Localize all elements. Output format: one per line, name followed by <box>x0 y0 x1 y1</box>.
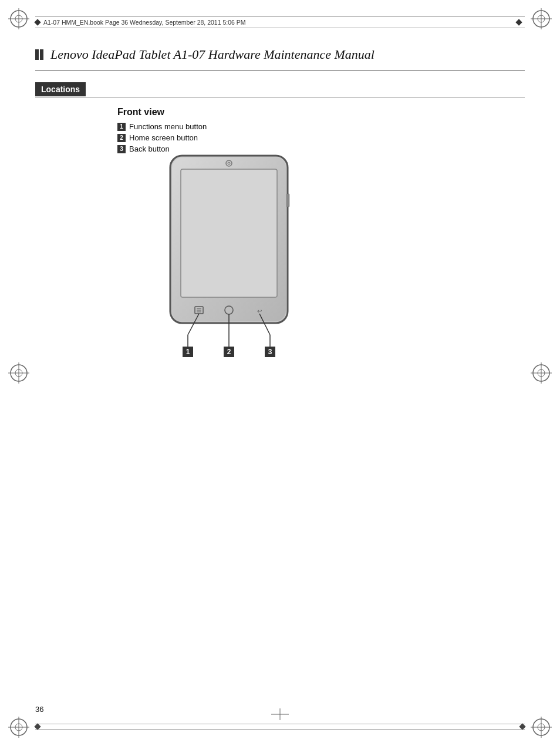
reg-mark-top-left <box>8 8 29 29</box>
tablet-diagram: ↩ 1 2 3 <box>129 153 340 364</box>
header-diamond-right <box>515 19 522 25</box>
bottom-bar <box>35 724 525 730</box>
reg-mark-bottom-left <box>8 717 29 738</box>
page-title: Lenovo IdeaPad Tablet A1-07 Hardware Mai… <box>50 47 375 62</box>
header-text: A1-07 HMM_EN.book Page 36 Wednesday, Sep… <box>43 19 517 26</box>
svg-text:↩: ↩ <box>257 308 262 314</box>
item-row-1: 1 Functions menu button <box>117 122 207 131</box>
item-row-2: 2 Home screen button <box>117 133 207 142</box>
reg-mark-top-right <box>531 8 552 29</box>
reg-mark-right-mid <box>531 362 552 384</box>
item-number-2: 2 <box>117 134 126 142</box>
section-rule <box>35 97 525 98</box>
item-number-3: 3 <box>117 145 126 153</box>
reg-mark-bottom-right <box>531 717 552 738</box>
items-list: 1 Functions menu button 2 Home screen bu… <box>117 122 207 156</box>
tablet-svg: ↩ 1 2 3 <box>129 153 340 364</box>
svg-rect-13 <box>286 194 289 207</box>
svg-text:2: 2 <box>227 348 231 356</box>
bottom-center-mark <box>271 708 289 723</box>
title-icon <box>35 49 43 60</box>
page-number: 36 <box>35 705 43 714</box>
item-label-2: Home screen button <box>129 133 198 142</box>
svg-text:3: 3 <box>268 348 272 356</box>
bottom-diamond-left <box>34 723 41 730</box>
header-diamond-left <box>34 19 41 25</box>
section-label: Locations <box>35 82 86 96</box>
svg-text:1: 1 <box>186 348 190 356</box>
item-label-3: Back button <box>129 145 170 153</box>
section-header: Locations <box>35 82 86 96</box>
title-rule <box>35 70 525 71</box>
reg-mark-left-mid <box>8 362 29 384</box>
front-view-heading: Front view <box>117 107 164 117</box>
item-label-1: Functions menu button <box>129 122 207 131</box>
svg-rect-10 <box>181 169 277 297</box>
item-number-1: 1 <box>117 123 126 131</box>
page-title-area: Lenovo IdeaPad Tablet A1-07 Hardware Mai… <box>35 47 525 62</box>
header-bar: A1-07 HMM_EN.book Page 36 Wednesday, Sep… <box>35 16 525 28</box>
item-row-3: 3 Back button <box>117 145 207 153</box>
bottom-diamond-right <box>519 723 525 730</box>
